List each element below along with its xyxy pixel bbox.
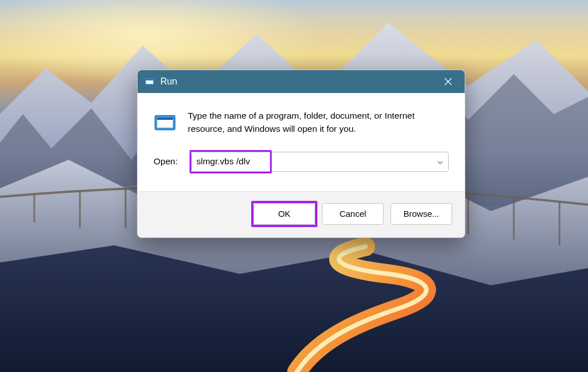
button-bar: OK Cancel Browse...: [138, 191, 465, 237]
svg-rect-14: [157, 118, 173, 120]
ok-button-label: OK: [278, 209, 291, 219]
cancel-button-label: Cancel: [340, 209, 367, 219]
open-input[interactable]: [191, 152, 449, 172]
open-label: Open:: [154, 156, 180, 167]
run-dialog: Run Type the name of a program, folder, …: [137, 70, 465, 238]
run-icon: [144, 76, 155, 87]
svg-rect-9: [146, 79, 153, 80]
browse-button-label: Browse...: [404, 209, 440, 219]
cancel-button[interactable]: Cancel: [322, 203, 384, 225]
run-icon-large: [154, 111, 176, 134]
open-combobox[interactable]: [191, 152, 449, 172]
dialog-title: Run: [160, 76, 435, 87]
svg-rect-8: [146, 80, 153, 84]
instruction-text: Type the name of a program, folder, docu…: [188, 109, 449, 136]
ok-button[interactable]: OK: [253, 203, 315, 225]
svg-rect-13: [157, 120, 173, 128]
browse-button[interactable]: Browse...: [390, 203, 452, 225]
titlebar[interactable]: Run: [138, 70, 465, 93]
close-button[interactable]: [435, 70, 461, 93]
dialog-body: Type the name of a program, folder, docu…: [138, 93, 465, 191]
close-icon: [444, 78, 452, 86]
